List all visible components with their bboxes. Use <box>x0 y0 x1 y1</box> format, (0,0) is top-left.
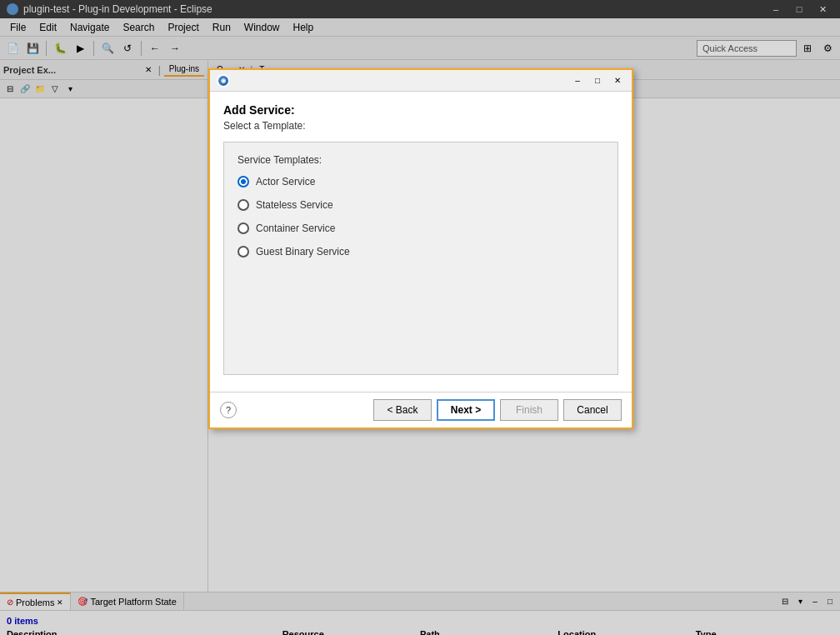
col-description: Description <box>7 629 282 635</box>
problems-tab[interactable]: ⊘ Problems ✕ <box>0 592 71 610</box>
target-icon: 🎯 <box>78 597 88 606</box>
maximize-button[interactable]: □ <box>788 0 810 18</box>
section-title: Service Templates: <box>238 154 604 166</box>
radio-container[interactable]: Container Service <box>238 222 604 234</box>
dialog-body: Add Service: Select a Template: Service … <box>210 92 632 392</box>
link-editor-btn[interactable]: 🔗 <box>18 82 32 96</box>
menu-navigate[interactable]: Navigate <box>63 18 116 36</box>
dialog-heading: Add Service: <box>223 103 618 117</box>
bottom-filter[interactable]: ⊟ <box>778 595 792 608</box>
dialog-maximize[interactable]: □ <box>590 74 605 88</box>
toolbar-search[interactable]: 🔍 <box>98 39 117 58</box>
toolbar-refresh[interactable]: ↺ <box>118 39 137 58</box>
service-templates-box: Service Templates: Actor Service Statele… <box>223 142 618 375</box>
menu-edit[interactable]: Edit <box>32 18 63 36</box>
radio-container-circle[interactable] <box>238 222 249 234</box>
bottom-content: 0 items Description Resource Path Locati… <box>0 611 840 635</box>
next-button[interactable]: Next > <box>437 399 495 421</box>
target-label: Target Platform State <box>90 597 176 607</box>
radio-stateless-label: Stateless Service <box>256 199 333 211</box>
target-platform-tab[interactable]: 🎯 Target Platform State <box>71 592 183 610</box>
cancel-button[interactable]: Cancel <box>563 399 622 421</box>
toolbar-sep-3 <box>141 41 142 56</box>
new-folder-btn[interactable]: 📁 <box>33 82 47 96</box>
left-panel-toolbar: ⊟ 🔗 📁 ▽ ▾ <box>0 80 208 98</box>
menu-file[interactable]: File <box>3 18 32 36</box>
dialog-minimize[interactable]: – <box>570 74 585 88</box>
close-project-explorer[interactable]: ✕ <box>142 63 155 77</box>
bottom-menu[interactable]: ▾ <box>793 595 807 608</box>
radio-actor-label: Actor Service <box>256 176 315 188</box>
radio-container-label: Container Service <box>256 222 335 234</box>
menu-run[interactable]: Run <box>206 18 238 36</box>
left-panel: Project Ex... ✕ | Plug-ins ⊟ 🔗 📁 ▽ ▾ <box>0 60 208 592</box>
bottom-tab-controls: ⊟ ▾ – □ <box>775 595 840 608</box>
menu-help[interactable]: Help <box>287 18 321 36</box>
app-icon <box>7 3 18 15</box>
items-count: 0 items <box>7 614 833 628</box>
add-service-dialog[interactable]: ◉ – □ ✕ Add Service: Select a Template: … <box>208 68 633 429</box>
toolbar-save[interactable]: 💾 <box>23 39 42 58</box>
project-explorer-tab[interactable]: Project Ex... <box>3 65 142 75</box>
quick-access-box[interactable]: Quick Access <box>697 40 797 57</box>
back-button[interactable]: < Back <box>373 399 432 421</box>
radio-stateless-circle[interactable] <box>238 199 249 211</box>
toolbar-new[interactable]: 📄 <box>3 39 22 58</box>
title-bar: plugin-test - Plug-in Development - Ecli… <box>0 0 840 18</box>
left-panel-header: Project Ex... ✕ | Plug-ins <box>0 60 208 80</box>
sep-icon: | <box>158 64 161 76</box>
bottom-panel: ⊘ Problems ✕ 🎯 Target Platform State ⊟ ▾… <box>0 592 840 635</box>
col-type: Type <box>696 629 833 635</box>
collapse-all-btn[interactable]: ⊟ <box>3 82 17 96</box>
menu-search[interactable]: Search <box>116 18 161 36</box>
toolbar-back[interactable]: ← <box>146 39 164 58</box>
help-button[interactable]: ? <box>220 402 237 418</box>
finish-button[interactable]: Finish <box>500 399 558 421</box>
quick-access-label: Quick Access <box>702 43 758 53</box>
toolbar-sep-2 <box>93 41 94 56</box>
radio-guest-binary-circle[interactable] <box>238 246 249 258</box>
problems-label: Problems <box>16 598 54 608</box>
radio-guest-binary-label: Guest Binary Service <box>256 246 350 258</box>
dialog-footer: ? < Back Next > Finish Cancel <box>210 392 632 428</box>
col-location: Location <box>558 629 695 635</box>
toolbar-perspective[interactable]: ⊞ <box>798 39 817 58</box>
radio-actor[interactable]: Actor Service <box>238 176 604 188</box>
close-problems-tab[interactable]: ✕ <box>57 598 63 607</box>
toolbar-run[interactable]: ▶ <box>71 39 89 58</box>
radio-actor-circle[interactable] <box>238 176 249 188</box>
dialog-title-bar: ◉ – □ ✕ <box>210 70 632 92</box>
radio-stateless[interactable]: Stateless Service <box>238 199 604 211</box>
bottom-maximize[interactable]: □ <box>823 595 837 608</box>
filter-btn[interactable]: ▽ <box>48 82 62 96</box>
toolbar-settings[interactable]: ⚙ <box>818 39 837 58</box>
menu-project[interactable]: Project <box>161 18 205 36</box>
toolbar-sep-1 <box>46 41 47 56</box>
minimize-button[interactable]: – <box>765 0 787 18</box>
problems-table-header: Description Resource Path Location Type <box>7 628 833 635</box>
radio-guest-binary[interactable]: Guest Binary Service <box>238 246 604 258</box>
bottom-minimize[interactable]: – <box>808 595 822 608</box>
plugins-tab[interactable]: Plug-ins <box>164 62 204 77</box>
col-resource: Resource <box>282 629 420 635</box>
window-title: plugin-test - Plug-in Development - Ecli… <box>23 3 760 15</box>
view-menu-btn[interactable]: ▾ <box>63 82 77 96</box>
window-controls: – □ ✕ <box>765 0 833 18</box>
toolbar-forward[interactable]: → <box>166 39 184 58</box>
bottom-tabs: ⊘ Problems ✕ 🎯 Target Platform State ⊟ ▾… <box>0 592 840 611</box>
dialog-icon: ◉ <box>217 74 230 88</box>
main-toolbar: 📄 💾 🐛 ▶ 🔍 ↺ ← → Quick Access ⊞ ⚙ <box>0 37 840 60</box>
close-button[interactable]: ✕ <box>812 0 833 18</box>
problems-icon: ⊘ <box>7 598 13 607</box>
col-path: Path <box>420 629 558 635</box>
dialog-close[interactable]: ✕ <box>610 74 625 88</box>
menu-window[interactable]: Window <box>238 18 287 36</box>
menu-bar: File Edit Navigate Search Project Run Wi… <box>0 18 840 37</box>
dialog-subheading: Select a Template: <box>223 120 618 132</box>
toolbar-debug[interactable]: 🐛 <box>51 39 69 58</box>
